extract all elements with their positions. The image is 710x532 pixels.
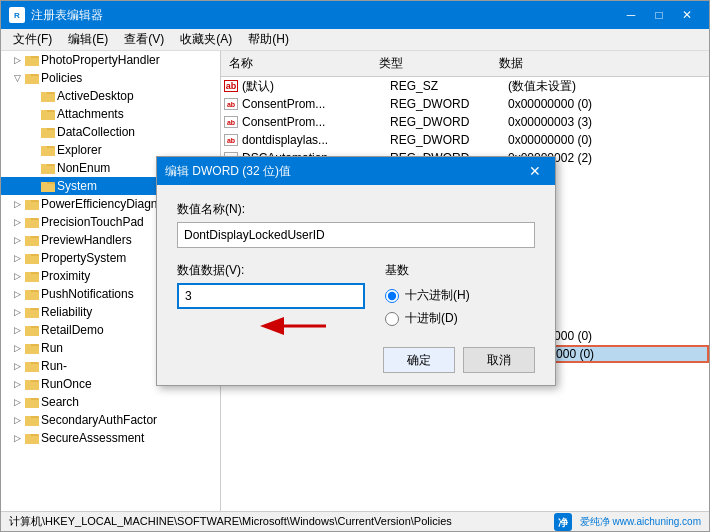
reg-icon-ab: ab: [223, 78, 239, 94]
tree-label-propertysystem: PropertySystem: [41, 251, 126, 265]
tree-label-reliability: Reliability: [41, 305, 92, 319]
col-data-header: 数据: [491, 53, 709, 74]
window-title: 注册表编辑器: [31, 7, 617, 24]
table-row[interactable]: ab dontdisplaylas... REG_DWORD 0x0000000…: [221, 131, 709, 149]
reg-data-0: (数值未设置): [508, 78, 707, 95]
tree-item-datacollection[interactable]: DataCollection: [1, 123, 220, 141]
table-row[interactable]: ab ConsentProm... REG_DWORD 0x00000003 (…: [221, 113, 709, 131]
menu-file[interactable]: 文件(F): [5, 29, 60, 50]
folder-icon-proximity: [25, 269, 41, 283]
tree-item-search[interactable]: ▷ Search: [1, 393, 220, 411]
reg-icon-dword-3: ab: [223, 132, 239, 148]
tree-item-attachments[interactable]: Attachments: [1, 105, 220, 123]
radix-label: 基数: [385, 262, 535, 279]
tree-label-search: Search: [41, 395, 79, 409]
cancel-button[interactable]: 取消: [463, 347, 535, 373]
watermark: 净 爱纯净 www.aichuning.com: [552, 511, 701, 533]
folder-icon-activedesktop: [41, 89, 57, 103]
tree-label-nonenum: NonEnum: [57, 161, 110, 175]
status-bar: 计算机\HKEY_LOCAL_MACHINE\SOFTWARE\Microsof…: [1, 511, 709, 531]
title-bar: R 注册表编辑器 ─ □ ✕: [1, 1, 709, 29]
svg-rect-11: [41, 112, 55, 120]
svg-rect-65: [25, 436, 39, 444]
reg-type-0: REG_SZ: [390, 79, 508, 93]
radix-section: 基数 十六进制(H) 十进制(D): [385, 262, 535, 327]
svg-rect-8: [41, 94, 55, 102]
tree-item-secondaryauth[interactable]: ▷ SecondaryAuthFactor: [1, 411, 220, 429]
reg-icon-dword-2: ab: [223, 114, 239, 130]
value-data-label: 数值数据(V):: [177, 262, 365, 279]
radio-dec-input[interactable]: [385, 312, 399, 326]
menu-help[interactable]: 帮助(H): [240, 29, 297, 50]
minimize-button[interactable]: ─: [617, 1, 645, 29]
table-row[interactable]: ab ConsentProm... REG_DWORD 0x00000000 (…: [221, 95, 709, 113]
reg-data-3: 0x00000000 (0): [508, 133, 707, 147]
svg-rect-47: [25, 328, 39, 336]
svg-rect-41: [25, 292, 39, 300]
status-path: 计算机\HKEY_LOCAL_MACHINE\SOFTWARE\Microsof…: [9, 514, 452, 529]
svg-rect-53: [25, 364, 39, 372]
tree-item-secureassessment[interactable]: ▷ SecureAssessment: [1, 429, 220, 447]
menu-view[interactable]: 查看(V): [116, 29, 172, 50]
reg-name-0: (默认): [242, 78, 390, 95]
dialog-buttons: 确定 取消: [177, 343, 535, 373]
svg-text:净: 净: [558, 517, 569, 528]
tree-item-policies[interactable]: ▽ Policies: [1, 69, 220, 87]
reg-data-1: 0x00000000 (0): [508, 97, 707, 111]
radio-hex-input[interactable]: [385, 289, 399, 303]
tree-item-activedesktop[interactable]: ActiveDesktop: [1, 87, 220, 105]
tree-label-previewhandlers: PreviewHandlers: [41, 233, 132, 247]
maximize-button[interactable]: □: [645, 1, 673, 29]
watermark-icon: 净: [552, 511, 574, 533]
tree-label-attachments: Attachments: [57, 107, 124, 121]
folder-icon-retaildemo: [25, 323, 41, 337]
svg-rect-62: [25, 418, 39, 426]
ok-button[interactable]: 确定: [383, 347, 455, 373]
dialog-title: 编辑 DWORD (32 位)值: [165, 163, 523, 180]
tree-label-retaildemo: RetailDemo: [41, 323, 104, 337]
reg-data-2: 0x00000003 (3): [508, 115, 707, 129]
folder-icon-precision: [25, 215, 41, 229]
col-type-header: 类型: [371, 53, 491, 74]
value-data-input[interactable]: [177, 283, 365, 309]
column-headers: 名称 类型 数据: [221, 51, 709, 77]
tree-label-precision: PrecisionTouchPad: [41, 215, 144, 229]
close-button[interactable]: ✕: [673, 1, 701, 29]
tree-label-policies: Policies: [41, 71, 82, 85]
folder-icon-secureassessment: [25, 431, 41, 445]
folder-icon-propertysystem: [25, 251, 41, 265]
folder-icon-run: [25, 341, 41, 355]
reg-name-2: ConsentProm...: [242, 115, 390, 129]
svg-rect-35: [25, 256, 39, 264]
menu-edit[interactable]: 编辑(E): [60, 29, 116, 50]
expand-icon-policies: ▽: [9, 73, 25, 83]
folder-icon-secondaryauth: [25, 413, 41, 427]
value-name-input[interactable]: [177, 222, 535, 248]
radio-dec-label[interactable]: 十进制(D): [385, 310, 535, 327]
folder-icon: [25, 53, 41, 67]
tree-label-explorer: Explorer: [57, 143, 102, 157]
folder-icon-policies: [25, 71, 41, 85]
dialog-close-button[interactable]: ✕: [523, 159, 547, 183]
reg-icon-dword-1: ab: [223, 96, 239, 112]
menu-favorites[interactable]: 收藏夹(A): [172, 29, 240, 50]
tree-item-photoproperty[interactable]: ▷ PhotoPropertyHandler: [1, 51, 220, 69]
folder-icon-system: [41, 179, 57, 193]
table-row[interactable]: ab (默认) REG_SZ (数值未设置): [221, 77, 709, 95]
radio-hex-text: 十六进制(H): [405, 287, 470, 304]
svg-rect-20: [41, 166, 55, 174]
expand-icon: ▷: [9, 55, 25, 65]
svg-rect-38: [25, 274, 39, 282]
radio-hex-label[interactable]: 十六进制(H): [385, 287, 535, 304]
dialog-title-bar: 编辑 DWORD (32 位)值 ✕: [157, 157, 555, 185]
tree-label-run-: Run-: [41, 359, 67, 373]
folder-icon-previewhandlers: [25, 233, 41, 247]
folder-icon-powereff: [25, 197, 41, 211]
svg-rect-26: [25, 202, 39, 210]
reg-type-3: REG_DWORD: [390, 133, 508, 147]
radio-group: 十六进制(H) 十进制(D): [385, 287, 535, 327]
menu-bar: 文件(F) 编辑(E) 查看(V) 收藏夹(A) 帮助(H): [1, 29, 709, 51]
svg-rect-5: [25, 76, 39, 84]
reg-type-2: REG_DWORD: [390, 115, 508, 129]
title-bar-controls: ─ □ ✕: [617, 1, 701, 29]
